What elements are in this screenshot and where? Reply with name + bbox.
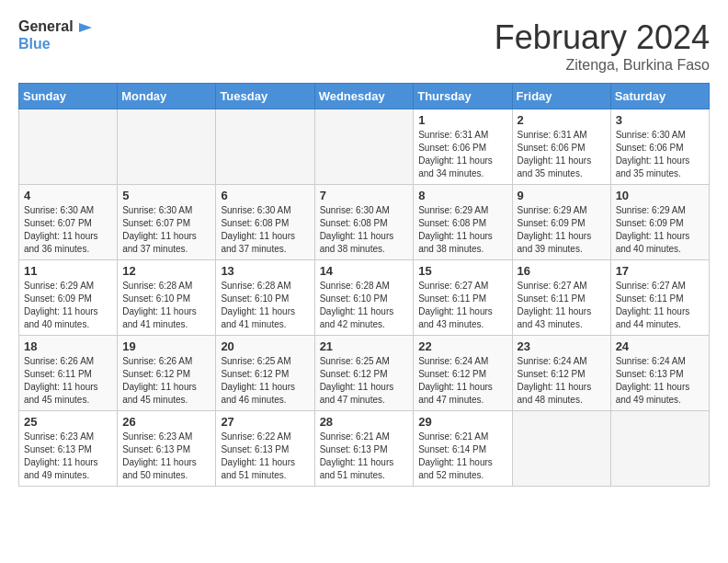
day-cell [610, 411, 709, 487]
day-number: 3 [616, 113, 704, 127]
day-info: Sunrise: 6:29 AM Sunset: 6:09 PM Dayligh… [24, 280, 112, 331]
col-header-thursday: Thursday [414, 84, 512, 109]
day-info: Sunrise: 6:22 AM Sunset: 6:13 PM Dayligh… [221, 431, 309, 482]
day-info: Sunrise: 6:29 AM Sunset: 6:09 PM Dayligh… [518, 204, 606, 256]
day-cell: 16Sunrise: 6:27 AM Sunset: 6:11 PM Dayli… [512, 260, 610, 336]
title-block: February 2024 Zitenga, Burkina Faso [495, 18, 710, 74]
day-cell [19, 109, 118, 185]
svg-marker-0 [79, 23, 92, 32]
day-cell: 22Sunrise: 6:24 AM Sunset: 6:12 PM Dayli… [414, 336, 512, 411]
day-info: Sunrise: 6:30 AM Sunset: 6:08 PM Dayligh… [221, 204, 309, 256]
day-info: Sunrise: 6:27 AM Sunset: 6:11 PM Dayligh… [518, 280, 606, 331]
day-cell: 2Sunrise: 6:31 AM Sunset: 6:06 PM Daylig… [512, 109, 610, 185]
day-info: Sunrise: 6:24 AM Sunset: 6:12 PM Dayligh… [518, 355, 606, 407]
day-info: Sunrise: 6:28 AM Sunset: 6:10 PM Dayligh… [122, 280, 210, 331]
week-row-5: 25Sunrise: 6:23 AM Sunset: 6:13 PM Dayli… [19, 411, 710, 487]
day-cell: 3Sunrise: 6:30 AM Sunset: 6:06 PM Daylig… [610, 109, 709, 185]
day-info: Sunrise: 6:30 AM Sunset: 6:07 PM Dayligh… [122, 204, 210, 256]
day-info: Sunrise: 6:28 AM Sunset: 6:10 PM Dayligh… [320, 280, 409, 331]
day-info: Sunrise: 6:25 AM Sunset: 6:12 PM Dayligh… [221, 355, 309, 407]
header-row: SundayMondayTuesdayWednesdayThursdayFrid… [19, 84, 710, 109]
day-info: Sunrise: 6:30 AM Sunset: 6:07 PM Dayligh… [24, 204, 112, 256]
day-number: 18 [24, 339, 112, 353]
day-cell [118, 109, 216, 185]
col-header-wednesday: Wednesday [314, 84, 414, 109]
day-cell: 27Sunrise: 6:22 AM Sunset: 6:13 PM Dayli… [216, 411, 314, 487]
day-number: 24 [616, 339, 704, 353]
day-info: Sunrise: 6:25 AM Sunset: 6:12 PM Dayligh… [320, 355, 409, 407]
day-number: 14 [320, 264, 409, 278]
day-number: 15 [418, 264, 506, 278]
day-cell: 18Sunrise: 6:26 AM Sunset: 6:11 PM Dayli… [19, 336, 118, 411]
day-number: 28 [320, 415, 409, 429]
day-number: 25 [24, 415, 112, 429]
day-number: 26 [122, 415, 210, 429]
day-number: 7 [320, 189, 409, 202]
day-cell: 13Sunrise: 6:28 AM Sunset: 6:10 PM Dayli… [216, 260, 314, 336]
day-info: Sunrise: 6:23 AM Sunset: 6:13 PM Dayligh… [24, 431, 112, 482]
day-info: Sunrise: 6:29 AM Sunset: 6:08 PM Dayligh… [418, 204, 506, 256]
calendar-table: SundayMondayTuesdayWednesdayThursdayFrid… [18, 83, 710, 487]
day-number: 2 [518, 113, 606, 127]
day-info: Sunrise: 6:29 AM Sunset: 6:09 PM Dayligh… [616, 204, 704, 256]
day-cell: 4Sunrise: 6:30 AM Sunset: 6:07 PM Daylig… [19, 185, 118, 260]
week-row-4: 18Sunrise: 6:26 AM Sunset: 6:11 PM Dayli… [19, 336, 710, 411]
day-number: 1 [418, 113, 506, 127]
day-cell: 10Sunrise: 6:29 AM Sunset: 6:09 PM Dayli… [610, 185, 709, 260]
col-header-friday: Friday [512, 84, 610, 109]
day-number: 9 [518, 189, 606, 202]
day-number: 16 [518, 264, 606, 278]
day-info: Sunrise: 6:30 AM Sunset: 6:06 PM Dayligh… [616, 129, 704, 180]
day-info: Sunrise: 6:27 AM Sunset: 6:11 PM Dayligh… [616, 280, 704, 331]
day-cell: 5Sunrise: 6:30 AM Sunset: 6:07 PM Daylig… [118, 185, 216, 260]
day-info: Sunrise: 6:27 AM Sunset: 6:11 PM Dayligh… [418, 280, 506, 331]
day-number: 19 [122, 339, 210, 353]
day-info: Sunrise: 6:30 AM Sunset: 6:08 PM Dayligh… [320, 204, 409, 256]
day-cell: 11Sunrise: 6:29 AM Sunset: 6:09 PM Dayli… [19, 260, 118, 336]
col-header-monday: Monday [118, 84, 216, 109]
col-header-saturday: Saturday [610, 84, 709, 109]
location: Zitenga, Burkina Faso [495, 57, 710, 74]
day-cell: 6Sunrise: 6:30 AM Sunset: 6:08 PM Daylig… [216, 185, 314, 260]
month-title: February 2024 [495, 18, 710, 57]
day-cell [314, 109, 414, 185]
day-cell: 19Sunrise: 6:26 AM Sunset: 6:12 PM Dayli… [118, 336, 216, 411]
day-info: Sunrise: 6:26 AM Sunset: 6:11 PM Dayligh… [24, 355, 112, 407]
day-number: 20 [221, 339, 309, 353]
day-number: 27 [221, 415, 309, 429]
day-cell: 28Sunrise: 6:21 AM Sunset: 6:13 PM Dayli… [314, 411, 414, 487]
day-cell: 8Sunrise: 6:29 AM Sunset: 6:08 PM Daylig… [414, 185, 512, 260]
day-number: 21 [320, 339, 409, 353]
day-cell: 26Sunrise: 6:23 AM Sunset: 6:13 PM Dayli… [118, 411, 216, 487]
logo: General Blue [18, 18, 94, 52]
day-info: Sunrise: 6:26 AM Sunset: 6:12 PM Dayligh… [122, 355, 210, 407]
col-header-tuesday: Tuesday [216, 84, 314, 109]
day-number: 4 [24, 189, 112, 202]
week-row-3: 11Sunrise: 6:29 AM Sunset: 6:09 PM Dayli… [19, 260, 710, 336]
day-info: Sunrise: 6:31 AM Sunset: 6:06 PM Dayligh… [418, 129, 506, 180]
day-cell: 15Sunrise: 6:27 AM Sunset: 6:11 PM Dayli… [414, 260, 512, 336]
day-number: 13 [221, 264, 309, 278]
day-info: Sunrise: 6:24 AM Sunset: 6:12 PM Dayligh… [418, 355, 506, 407]
day-number: 29 [418, 415, 506, 429]
day-number: 22 [418, 339, 506, 353]
col-header-sunday: Sunday [19, 84, 118, 109]
day-number: 12 [122, 264, 210, 278]
day-number: 8 [418, 189, 506, 202]
day-cell: 12Sunrise: 6:28 AM Sunset: 6:10 PM Dayli… [118, 260, 216, 336]
week-row-1: 1Sunrise: 6:31 AM Sunset: 6:06 PM Daylig… [19, 109, 710, 185]
week-row-2: 4Sunrise: 6:30 AM Sunset: 6:07 PM Daylig… [19, 185, 710, 260]
day-info: Sunrise: 6:31 AM Sunset: 6:06 PM Dayligh… [518, 129, 606, 180]
day-number: 23 [518, 339, 606, 353]
logo-arrow-icon [77, 19, 94, 36]
day-info: Sunrise: 6:24 AM Sunset: 6:13 PM Dayligh… [616, 355, 704, 407]
day-cell: 7Sunrise: 6:30 AM Sunset: 6:08 PM Daylig… [314, 185, 414, 260]
day-cell: 21Sunrise: 6:25 AM Sunset: 6:12 PM Dayli… [314, 336, 414, 411]
day-number: 10 [616, 189, 704, 202]
page-header: General Blue February 2024 Zitenga, Burk… [18, 18, 710, 74]
day-cell: 17Sunrise: 6:27 AM Sunset: 6:11 PM Dayli… [610, 260, 709, 336]
day-number: 11 [24, 264, 112, 278]
day-cell: 23Sunrise: 6:24 AM Sunset: 6:12 PM Dayli… [512, 336, 610, 411]
day-cell: 14Sunrise: 6:28 AM Sunset: 6:10 PM Dayli… [314, 260, 414, 336]
day-info: Sunrise: 6:23 AM Sunset: 6:13 PM Dayligh… [122, 431, 210, 482]
